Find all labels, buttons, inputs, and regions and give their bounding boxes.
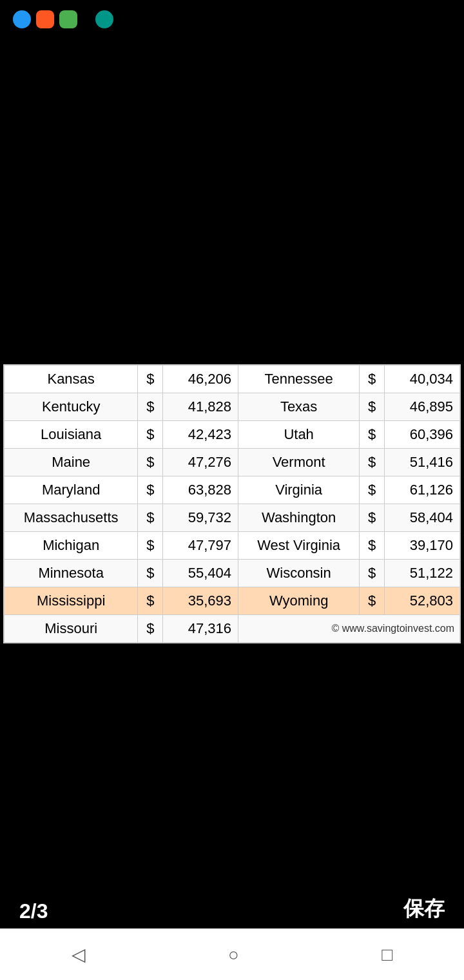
table-row: 60,396 [385, 421, 460, 449]
table-row: $ [360, 476, 385, 504]
browser-icon [13, 10, 31, 28]
table-row: 46,895 [385, 393, 460, 421]
table-row: 52,803 [385, 587, 460, 615]
table-row: Maryland [5, 476, 138, 504]
table-row: 41,828 [163, 393, 238, 421]
table-row: Minnesota [5, 560, 138, 587]
table-row: $ [138, 393, 163, 421]
table-row: $ [360, 366, 385, 393]
table-row: Louisiana [5, 421, 138, 449]
table-row: Wyoming [238, 587, 360, 615]
table-row: Wisconsin [238, 560, 360, 587]
table-row: $ [360, 560, 385, 587]
table-row: $ [138, 532, 163, 560]
recent-button[interactable]: □ [382, 945, 392, 965]
table-row: 35,693 [163, 587, 238, 615]
table-row: Tennessee [238, 366, 360, 393]
table-row: 47,276 [163, 449, 238, 476]
table-row: $ [360, 449, 385, 476]
app-icon [59, 10, 77, 28]
table-row: 47,316 [163, 615, 238, 643]
table-row: $ [360, 532, 385, 560]
table-row: $ [138, 615, 163, 643]
data-table: Kansas $ 46,206 Tennessee $ 40,034 Kentu… [3, 364, 461, 643]
table-row: Virginia [238, 476, 360, 504]
copyright-cell: © www.savingtoinvest.com [238, 615, 460, 643]
table-row: 40,034 [385, 366, 460, 393]
table-row: 59,732 [163, 504, 238, 532]
home-button[interactable]: ○ [228, 945, 239, 965]
table-row: $ [360, 587, 385, 615]
table-row: 63,828 [163, 476, 238, 504]
table-row: 58,404 [385, 504, 460, 532]
table-row: Maine [5, 449, 138, 476]
table-row: $ [138, 504, 163, 532]
table-row: $ [360, 421, 385, 449]
camera-icon [36, 10, 54, 28]
table-row: Kentucky [5, 393, 138, 421]
back-button[interactable]: ◁ [72, 944, 86, 965]
table-row: $ [138, 560, 163, 587]
table-row: $ [360, 504, 385, 532]
table-row: 42,423 [163, 421, 238, 449]
nav-bar: ◁ ○ □ [0, 928, 464, 980]
table-row: Kansas [5, 366, 138, 393]
table-row: Texas [238, 393, 360, 421]
table-row: $ [138, 421, 163, 449]
table-row: 39,170 [385, 532, 460, 560]
table-row: Washington [238, 504, 360, 532]
table-row: $ [138, 476, 163, 504]
table-row: $ [360, 393, 385, 421]
table-row: West Virginia [238, 532, 360, 560]
table-row: Massachusetts [5, 504, 138, 532]
table-row: 51,122 [385, 560, 460, 587]
table-row: 47,797 [163, 532, 238, 560]
table-row: Vermont [238, 449, 360, 476]
table-row: $ [138, 366, 163, 393]
table-row: 46,206 [163, 366, 238, 393]
table-row: Utah [238, 421, 360, 449]
table-row: $ [138, 449, 163, 476]
table-row: 55,404 [163, 560, 238, 587]
table-row: 61,126 [385, 476, 460, 504]
table-row: Missouri [5, 615, 138, 643]
table-row: $ [138, 587, 163, 615]
table-row: 51,416 [385, 449, 460, 476]
page-indicator: 2/3 [19, 899, 48, 923]
nav-icon [95, 10, 113, 28]
table-row: Mississippi [5, 587, 138, 615]
save-button[interactable]: 保存 [403, 895, 445, 923]
status-bar [0, 0, 464, 39]
table-row: Michigan [5, 532, 138, 560]
